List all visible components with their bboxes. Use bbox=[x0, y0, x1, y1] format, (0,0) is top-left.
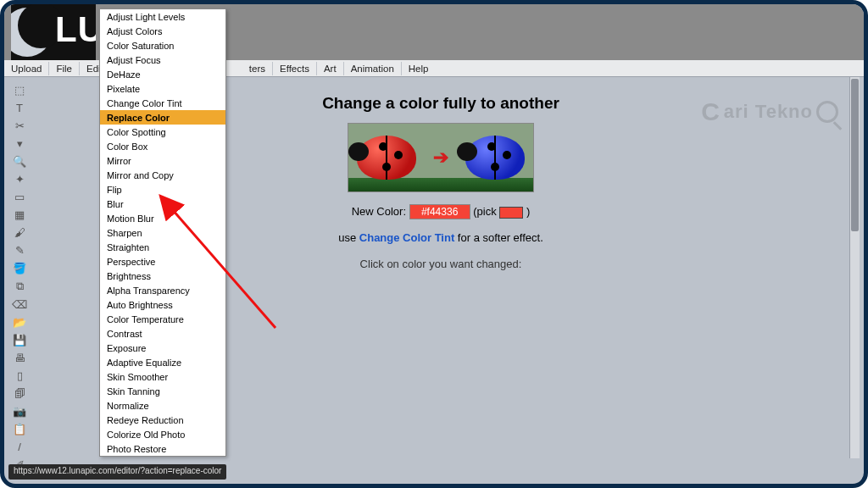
watermark: Cari Tekno bbox=[701, 97, 838, 126]
magnify-watermark-icon bbox=[816, 101, 838, 123]
menu-art[interactable]: Art bbox=[317, 62, 344, 75]
grid-icon[interactable]: ▦ bbox=[11, 208, 28, 221]
clipboard-icon[interactable]: 📋 bbox=[11, 423, 28, 435]
brush-icon[interactable]: 🖌 bbox=[11, 226, 28, 239]
dropdown-item-auto-brightness[interactable]: Auto Brightness bbox=[100, 297, 225, 312]
dropdown-item-adjust-colors[interactable]: Adjust Colors bbox=[100, 24, 225, 38]
dropdown-item-replace-color[interactable]: Replace Color bbox=[100, 110, 225, 125]
dropdown-item-exposure[interactable]: Exposure bbox=[100, 341, 225, 355]
arrow-right-icon: ➔ bbox=[433, 147, 448, 169]
ladybug-blue bbox=[465, 136, 525, 180]
dropdown-item-pixelate[interactable]: Pixelate bbox=[100, 81, 225, 96]
dropdown-item-redeye-reduction[interactable]: Redeye Reduction bbox=[100, 413, 225, 427]
dropdown-item-mirror-and-copy[interactable]: Mirror and Copy bbox=[100, 168, 225, 182]
pick-prefix: (pick bbox=[473, 205, 496, 218]
ladybug-red bbox=[357, 136, 416, 180]
new-color-label: New Color: bbox=[352, 205, 406, 218]
page-icon[interactable]: ▯ bbox=[11, 369, 28, 382]
dropdown-item-brightness[interactable]: Brightness bbox=[100, 269, 225, 283]
save-icon[interactable]: 💾 bbox=[11, 334, 28, 347]
dropdown-item-adjust-focus[interactable]: Adjust Focus bbox=[100, 53, 225, 67]
menu-ters[interactable]: ters bbox=[242, 62, 273, 75]
select-dashed-icon[interactable]: ⬚ bbox=[11, 84, 28, 97]
change-color-tint-link[interactable]: Change Color Tint bbox=[359, 231, 454, 244]
example-image: ➔ bbox=[348, 123, 534, 192]
moon-icon bbox=[11, 8, 52, 57]
camera-icon[interactable]: 📷 bbox=[11, 405, 28, 418]
dropdown-item-perspective[interactable]: Perspective bbox=[100, 254, 225, 269]
pick-suffix: ) bbox=[526, 205, 530, 218]
menu-animation[interactable]: Animation bbox=[344, 62, 402, 75]
wand-icon[interactable]: ✦ bbox=[11, 173, 28, 186]
dropdown-item-skin-smoother[interactable]: Skin Smoother bbox=[100, 369, 225, 384]
vertical-scrollbar[interactable] bbox=[849, 77, 860, 458]
menu-effects[interactable]: Effects bbox=[273, 62, 317, 75]
dropdown-item-skin-tanning[interactable]: Skin Tanning bbox=[100, 384, 225, 398]
dropdown-item-color-spotting[interactable]: Color Spotting bbox=[100, 125, 225, 139]
scissors-icon[interactable]: ✂ bbox=[11, 119, 28, 132]
magnify-icon[interactable]: 🔍 bbox=[11, 155, 28, 168]
dropdown-item-motion-blur[interactable]: Motion Blur bbox=[100, 211, 225, 225]
bucket-icon[interactable]: 🪣 bbox=[11, 262, 28, 274]
dropdown-item-color-box[interactable]: Color Box bbox=[100, 139, 225, 153]
hex-input[interactable] bbox=[409, 204, 470, 219]
menu-upload[interactable]: Upload bbox=[4, 62, 49, 75]
stack-icon[interactable]: 🗐 bbox=[11, 387, 28, 400]
dropdown-item-sharpen[interactable]: Sharpen bbox=[100, 225, 225, 240]
dropdown-icon[interactable]: ▾ bbox=[11, 137, 28, 150]
dropdown-item-color-temperature[interactable]: Color Temperature bbox=[100, 312, 225, 326]
pen-icon[interactable]: ✎ bbox=[11, 244, 28, 257]
softer-prefix: use bbox=[338, 231, 359, 244]
menu-file[interactable]: File bbox=[49, 62, 80, 75]
dropdown-item-flip[interactable]: Flip bbox=[100, 182, 225, 197]
color-swatch[interactable] bbox=[499, 207, 523, 219]
print-icon[interactable]: 🖶 bbox=[11, 352, 28, 364]
menu-help[interactable]: Help bbox=[402, 62, 436, 75]
dropdown-item-mirror[interactable]: Mirror bbox=[100, 153, 225, 168]
open-icon[interactable]: 📂 bbox=[11, 316, 28, 329]
line-icon[interactable]: / bbox=[11, 441, 28, 453]
text-icon[interactable]: T bbox=[11, 102, 28, 114]
dropdown-item-change-color-tint[interactable]: Change Color Tint bbox=[100, 96, 225, 110]
eraser-icon[interactable]: ⌫ bbox=[11, 298, 28, 311]
dropdown-item-blur[interactable]: Blur bbox=[100, 197, 225, 211]
dropdown-item-alpha-transparency[interactable]: Alpha Transparency bbox=[100, 283, 225, 297]
logo-text: LU bbox=[55, 9, 96, 50]
dropdown-item-dehaze[interactable]: DeHaze bbox=[100, 67, 225, 81]
rect-icon[interactable]: ▭ bbox=[11, 191, 28, 203]
softer-suffix: for a softer effect. bbox=[454, 231, 543, 244]
dropdown-item-colorize-old-photo[interactable]: Colorize Old Photo bbox=[100, 427, 225, 441]
copy-icon[interactable]: ⧉ bbox=[11, 280, 28, 293]
dropdown-item-adaptive-equalize[interactable]: Adaptive Equalize bbox=[100, 355, 225, 369]
status-bar: https://www12.lunapic.com/editor/?action… bbox=[8, 464, 226, 480]
logo[interactable]: LU bbox=[11, 4, 96, 60]
dropdown-item-straighten[interactable]: Straighten bbox=[100, 240, 225, 254]
adjust-dropdown: Adjust Light LevelsAdjust ColorsColor Sa… bbox=[99, 8, 226, 457]
scrollbar-thumb[interactable] bbox=[851, 79, 859, 231]
status-url: https://www12.lunapic.com/editor/?action… bbox=[14, 466, 221, 475]
dropdown-item-photo-restore[interactable]: Photo Restore bbox=[100, 441, 225, 456]
dropdown-item-color-saturation[interactable]: Color Saturation bbox=[100, 38, 225, 53]
dropdown-item-normalize[interactable]: Normalize bbox=[100, 398, 225, 413]
dropdown-item-adjust-light-levels[interactable]: Adjust Light Levels bbox=[100, 9, 225, 24]
dropdown-item-contrast[interactable]: Contrast bbox=[100, 326, 225, 341]
left-toolbar: ⬚T✂▾🔍✦▭▦🖌✎🪣⧉⌫📂💾🖶▯🗐📷📋/✐ bbox=[8, 79, 31, 458]
